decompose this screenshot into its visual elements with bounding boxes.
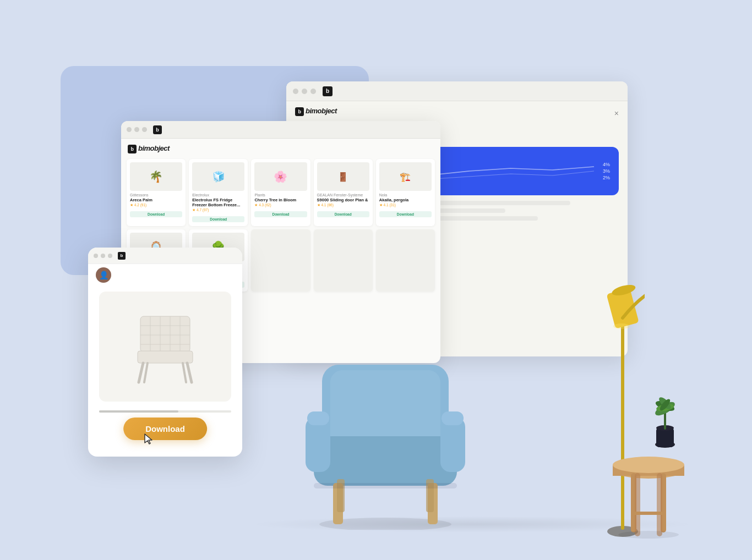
armchair-svg [292, 321, 479, 530]
mid-logo: bbimobject [128, 144, 170, 152]
plant-svg [643, 387, 687, 453]
product-card-10 [376, 229, 435, 292]
download-btn-5[interactable]: Download [379, 211, 432, 217]
product-brand-5: Nola [379, 193, 432, 197]
user-avatar: 👤 [96, 267, 111, 283]
product-img-2: 🧊 [192, 162, 244, 191]
window-dot-3 [310, 89, 316, 94]
product-img-5: 🏗️ [379, 162, 432, 191]
product-card-2: 🧊 Electrolux Electrolux FS Fridge Freeze… [189, 159, 248, 226]
svg-line-10 [187, 363, 192, 382]
chair-3d-render [292, 321, 479, 530]
progress-bar-area [99, 410, 231, 413]
pct-3: 3% [603, 168, 610, 174]
svg-point-40 [618, 531, 679, 539]
browser-mid-titlebar: b [121, 121, 440, 139]
svg-point-34 [613, 457, 684, 473]
product-rating-1: ★ 4.2 (91) [130, 203, 182, 207]
svg-line-9 [139, 363, 143, 382]
window-dot-1 [293, 89, 298, 94]
product-card-8 [251, 229, 310, 292]
svg-rect-39 [632, 512, 665, 515]
product-name-4: S9000 Sliding door Plan & [317, 197, 369, 202]
logo-text: bimobject [306, 107, 337, 115]
product-rating-2: ★ 4.7 (97) [192, 208, 244, 212]
product-brand-1: Götessons [130, 193, 182, 197]
product-name-2: Electrolux FS Fridge Freezer Bottom Free… [192, 197, 244, 207]
product-name-3: Cherry Tree in Bloom [254, 197, 307, 202]
small-dot-1 [94, 254, 98, 258]
mid-logo-text: bimobject [138, 144, 170, 152]
product-img-1: 🌴 [130, 162, 182, 191]
svg-rect-42 [656, 428, 674, 447]
product-card-1: 🌴 Götessons Areca Palm ★ 4.2 (91) Downlo… [127, 159, 186, 226]
download-button[interactable]: Download [123, 418, 207, 440]
download-btn-3[interactable]: Download [254, 211, 307, 217]
product-rating-3: ★ 4.3 (62) [254, 203, 307, 207]
product-rating-5: ★ 4.1 (31) [379, 203, 432, 207]
pct-4: 4% [603, 162, 610, 167]
window-dot-2 [302, 89, 307, 94]
mid-dot-1 [127, 127, 132, 132]
small-icon-letter: b [121, 253, 123, 258]
svg-point-31 [613, 323, 630, 329]
product-card-5: 🏗️ Nola Akalla, pergola ★ 4.1 (31) Downl… [376, 159, 435, 226]
pct-2: 2% [603, 175, 610, 180]
chair-svg [127, 308, 204, 385]
avatar-emoji: 👤 [99, 271, 108, 279]
product-name-1: Areca Palm [130, 197, 182, 202]
svg-rect-21 [442, 411, 464, 425]
small-dot-3 [108, 254, 112, 258]
svg-rect-38 [657, 473, 662, 536]
product-rating-4: ★ 4.1 (86) [317, 203, 369, 207]
svg-marker-13 [145, 434, 152, 444]
svg-rect-37 [635, 473, 640, 536]
chair-detail-browser-window: b 👤 [88, 248, 242, 457]
product-brand-4: GEALAN Fenster-Systeme [317, 193, 369, 197]
svg-rect-19 [307, 411, 329, 425]
mid-bimobject-icon: b [153, 125, 162, 134]
product-img-4: 🚪 [317, 162, 369, 191]
small-bimobject-icon: b [118, 252, 126, 260]
mid-dot-2 [134, 127, 139, 132]
product-img-3: 🌸 [254, 162, 307, 191]
browser-titlebar: b [286, 81, 628, 101]
mid-icon-letter: b [156, 127, 159, 133]
svg-line-12 [183, 363, 186, 382]
download-btn-4[interactable]: Download [317, 211, 369, 217]
download-btn-2[interactable]: Download [192, 216, 244, 222]
product-brand-3: Plants [254, 193, 307, 197]
mid-logo-icon: b [128, 145, 137, 153]
svg-rect-8 [138, 351, 193, 363]
product-name-5: Akalla, pergola [379, 197, 432, 202]
small-dot-2 [101, 254, 105, 258]
product-card-9 [314, 229, 373, 292]
plant-render [643, 387, 687, 453]
download-btn-1[interactable]: Download [130, 211, 182, 217]
svg-rect-0 [140, 316, 190, 352]
logo-icon: b [295, 107, 304, 116]
logo-area: bbimobject [286, 101, 628, 119]
chair-display-area [99, 292, 231, 402]
svg-line-11 [144, 363, 148, 382]
product-card-4: 🚪 GEALAN Fenster-Systeme S9000 Sliding d… [314, 159, 373, 226]
mid-logo-area: bbimobject [121, 139, 440, 156]
svg-rect-26 [314, 483, 457, 488]
mid-dot-3 [142, 127, 147, 132]
bimobject-logo: bbimobject [295, 107, 337, 116]
progress-bar-bg [99, 410, 231, 413]
close-button[interactable]: × [614, 109, 619, 118]
bimobject-icon-letter: b [326, 88, 329, 94]
progress-bar-fill [99, 410, 178, 413]
bimobject-icon: b [323, 86, 333, 96]
svg-rect-17 [314, 436, 457, 486]
small-titlebar: b [88, 248, 242, 264]
product-brand-2: Electrolux [192, 193, 244, 197]
stats-pct: 4% 3% 2% [603, 162, 610, 180]
product-card-3: 🌸 Plants Cherry Tree in Bloom ★ 4.3 (62)… [251, 159, 310, 226]
cursor-icon [144, 433, 155, 448]
product-grid-row1: 🌴 Götessons Areca Palm ★ 4.2 (91) Downlo… [121, 156, 440, 229]
